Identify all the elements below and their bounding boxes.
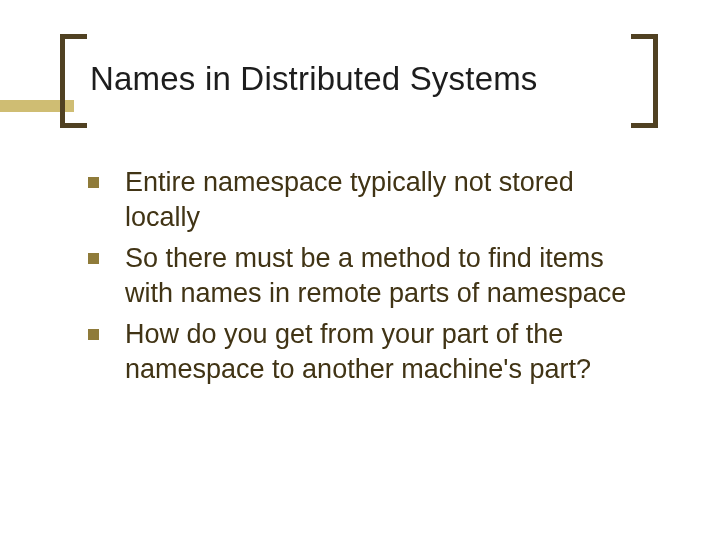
title-bracket-left <box>60 34 87 128</box>
slide-title: Names in Distributed Systems <box>90 60 630 98</box>
list-item: Entire namespace typically not stored lo… <box>88 165 648 235</box>
list-item: So there must be a method to find items … <box>88 241 648 311</box>
list-item: How do you get from your part of the nam… <box>88 317 648 387</box>
bullet-icon <box>88 253 99 264</box>
slide-body: Entire namespace typically not stored lo… <box>88 165 648 393</box>
title-bracket-right <box>631 34 658 128</box>
list-item-text: How do you get from your part of the nam… <box>125 317 648 387</box>
list-item-text: Entire namespace typically not stored lo… <box>125 165 648 235</box>
list-item-text: So there must be a method to find items … <box>125 241 648 311</box>
bullet-icon <box>88 329 99 340</box>
slide: Names in Distributed Systems Entire name… <box>0 0 720 540</box>
bullet-icon <box>88 177 99 188</box>
